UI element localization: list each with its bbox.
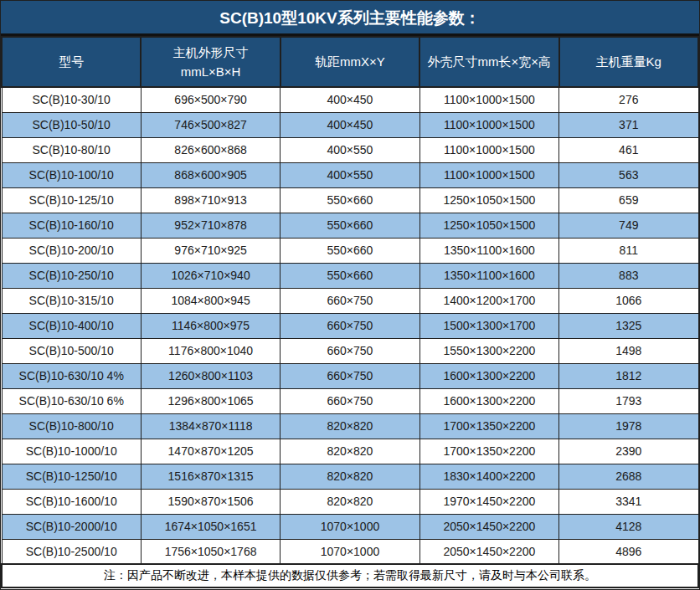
- table-cell: 820×820: [281, 413, 419, 439]
- table-cell: SC(B)10-2500/10: [2, 539, 141, 564]
- table-row: SC(B)10-80/10826×600×868400×5501100×1000…: [2, 137, 698, 162]
- header-row: 型号主机外形尺寸 mmL×B×H轨距mmX×Y外壳尺寸mm长×宽×高主机重量Kg: [2, 37, 698, 87]
- table-cell: SC(B)10-800/10: [2, 413, 141, 439]
- table-row: SC(B)10-800/101384×870×1118820×8201700×1…: [2, 413, 698, 439]
- table-cell: SC(B)10-315/10: [2, 288, 141, 313]
- table-row: SC(B)10-400/101146×800×975660×7501500×13…: [2, 313, 698, 338]
- table-row: SC(B)10-30/10696×500×790400×4501100×1000…: [2, 87, 698, 112]
- table-cell: 550×660: [281, 238, 419, 263]
- table-note: 注：因产品不断改进，本样本提供的数据仅供参考；若需取得最新尺寸，请及时与本公司联…: [2, 564, 698, 587]
- table-cell: 1600×1300×2200: [419, 363, 558, 388]
- table-cell: SC(B)10-80/10: [2, 137, 141, 162]
- table-cell: SC(B)10-1600/10: [2, 489, 141, 514]
- table-cell: 2050×1450×2200: [419, 514, 558, 539]
- table-cell: 1100×1000×1500: [419, 87, 558, 112]
- note-row: 注：因产品不断改进，本样本提供的数据仅供参考；若需取得最新尺寸，请及时与本公司联…: [2, 564, 698, 587]
- table-row: SC(B)10-630/10 4%1260×800×1103660×750160…: [2, 363, 698, 388]
- table-cell: 659: [559, 187, 698, 213]
- table-cell: 1700×1350×2200: [419, 413, 558, 439]
- table-cell: 1674×1050×1651: [141, 514, 280, 539]
- column-header: 外壳尺寸mm长×宽×高: [419, 37, 558, 87]
- table-cell: 746×500×827: [141, 112, 280, 137]
- table-cell: 1498: [559, 338, 698, 363]
- table-cell: 883: [559, 263, 698, 288]
- table-cell: 4128: [559, 514, 698, 539]
- page-title: SC(B)10型10KV系列主要性能参数：: [1, 1, 699, 36]
- table-cell: 2688: [559, 464, 698, 489]
- table-cell: 1146×800×975: [141, 313, 280, 338]
- table-cell: 952×710×878: [141, 213, 280, 238]
- table-header: 型号主机外形尺寸 mmL×B×H轨距mmX×Y外壳尺寸mm长×宽×高主机重量Kg: [2, 37, 698, 87]
- table-cell: 1100×1000×1500: [419, 112, 558, 137]
- table-cell: 1250×1050×1500: [419, 187, 558, 213]
- table-cell: 1066: [559, 288, 698, 313]
- table-cell: 2390: [559, 439, 698, 464]
- table-cell: 400×550: [281, 137, 419, 162]
- table-cell: SC(B)10-250/10: [2, 263, 141, 288]
- table-cell: 563: [559, 162, 698, 187]
- table-cell: SC(B)10-160/10: [2, 213, 141, 238]
- table-cell: 1026×710×940: [141, 263, 280, 288]
- table-cell: 1590×870×1506: [141, 489, 280, 514]
- column-header: 主机外形尺寸 mmL×B×H: [141, 37, 280, 87]
- table-cell: SC(B)10-630/10 6%: [2, 388, 141, 413]
- table-row: SC(B)10-2500/101756×1050×17681070×100020…: [2, 539, 698, 564]
- table-cell: 371: [559, 112, 698, 137]
- table-cell: 2050×1450×2200: [419, 539, 558, 564]
- table-footer: 注：因产品不断改进，本样本提供的数据仅供参考；若需取得最新尺寸，请及时与本公司联…: [2, 564, 698, 587]
- table-cell: SC(B)10-500/10: [2, 338, 141, 363]
- table-cell: 1250×1050×1500: [419, 213, 558, 238]
- table-cell: 820×820: [281, 439, 419, 464]
- table-cell: SC(B)10-400/10: [2, 313, 141, 338]
- table-cell: 1176×800×1040: [141, 338, 280, 363]
- table-cell: SC(B)10-630/10 4%: [2, 363, 141, 388]
- table-cell: 1500×1300×1700: [419, 313, 558, 338]
- table-cell: 1470×870×1205: [141, 439, 280, 464]
- table-cell: 1516×870×1315: [141, 464, 280, 489]
- table-cell: 400×450: [281, 87, 419, 112]
- table-cell: 1350×1100×1600: [419, 238, 558, 263]
- table-row: SC(B)10-50/10746×500×827400×4501100×1000…: [2, 112, 698, 137]
- table-cell: 1070×1000: [281, 539, 419, 564]
- table-cell: 550×660: [281, 187, 419, 213]
- table-cell: 1384×870×1118: [141, 413, 280, 439]
- table-cell: 276: [559, 87, 698, 112]
- column-header: 型号: [2, 37, 141, 87]
- table-row: SC(B)10-315/101084×800×945660×7501400×12…: [2, 288, 698, 313]
- table-cell: 1812: [559, 363, 698, 388]
- table-cell: 749: [559, 213, 698, 238]
- table-cell: SC(B)10-200/10: [2, 238, 141, 263]
- table-cell: 820×820: [281, 464, 419, 489]
- table-cell: 1793: [559, 388, 698, 413]
- table-cell: 550×660: [281, 213, 419, 238]
- table-cell: 660×750: [281, 388, 419, 413]
- table-cell: 1325: [559, 313, 698, 338]
- table-cell: SC(B)10-50/10: [2, 112, 141, 137]
- table-cell: 550×660: [281, 263, 419, 288]
- table-cell: 811: [559, 238, 698, 263]
- table-cell: 660×750: [281, 363, 419, 388]
- table-row: SC(B)10-1000/101470×870×1205820×8201700×…: [2, 439, 698, 464]
- table-cell: 820×820: [281, 489, 419, 514]
- table-row: SC(B)10-500/101176×800×1040660×7501550×1…: [2, 338, 698, 363]
- table-cell: 1084×800×945: [141, 288, 280, 313]
- table-row: SC(B)10-2000/101674×1050×16511070×100020…: [2, 514, 698, 539]
- column-header: 轨距mmX×Y: [281, 37, 419, 87]
- table-cell: 1100×1000×1500: [419, 162, 558, 187]
- table-row: SC(B)10-160/10952×710×878550×6601250×105…: [2, 213, 698, 238]
- table-cell: 660×750: [281, 288, 419, 313]
- table-row: SC(B)10-100/10868×600×905400×5501100×100…: [2, 162, 698, 187]
- table-cell: 1070×1000: [281, 514, 419, 539]
- table-cell: 3341: [559, 489, 698, 514]
- table-cell: SC(B)10-100/10: [2, 162, 141, 187]
- column-header: 主机重量Kg: [559, 37, 698, 87]
- table-cell: 660×750: [281, 338, 419, 363]
- table-cell: 660×750: [281, 313, 419, 338]
- table-cell: SC(B)10-125/10: [2, 187, 141, 213]
- table-cell: SC(B)10-1000/10: [2, 439, 141, 464]
- table-row: SC(B)10-125/10898×710×913550×6601250×105…: [2, 187, 698, 213]
- table-cell: 461: [559, 137, 698, 162]
- table-row: SC(B)10-200/10976×710×925550×6601350×110…: [2, 238, 698, 263]
- table-cell: 1260×800×1103: [141, 363, 280, 388]
- spec-sheet: SC(B)10型10KV系列主要性能参数： 型号主机外形尺寸 mmL×B×H轨距…: [0, 0, 700, 590]
